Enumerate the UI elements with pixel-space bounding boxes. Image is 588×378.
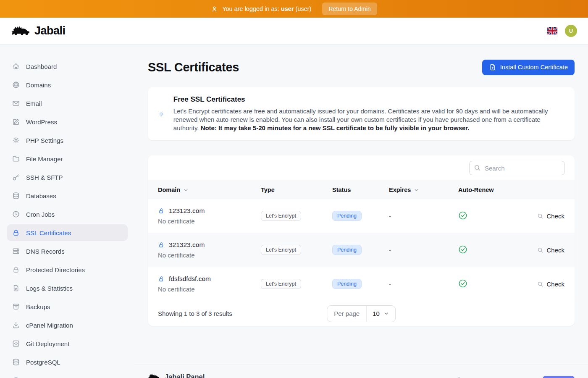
certificate-subtitle: No certificate <box>158 218 261 225</box>
domain-name: 123123.com <box>169 207 205 215</box>
sidebar-item-label: Databases <box>26 192 56 200</box>
column-label: Expires <box>389 186 411 193</box>
sidebar-item-label: Domains <box>26 81 51 89</box>
info-icon <box>160 110 163 118</box>
clock-icon <box>12 210 20 218</box>
sidebar-item-git-deployment[interactable]: Git Deployment <box>7 335 128 352</box>
sidebar-item-label: Cron Jobs <box>26 211 55 218</box>
domain-cell: 123123.com <box>158 207 261 215</box>
code-icon <box>12 339 20 348</box>
jabali-boar-logo-icon <box>11 24 30 38</box>
return-to-admin-button[interactable]: Return to Admin <box>322 3 377 15</box>
search-input[interactable] <box>469 161 565 175</box>
sidebar-item-logs-statistics[interactable]: Logs & Statistics <box>7 280 128 297</box>
sidebar-item-file-manager[interactable]: File Manager <box>7 150 128 167</box>
language-flag-uk-icon[interactable] <box>547 27 557 34</box>
sidebar-item-cpanel-migration[interactable]: cPanel Migration <box>7 317 128 333</box>
app-header: Jabali U <box>0 18 588 45</box>
impersonation-banner: You are logged in as: user (user) Return… <box>0 0 588 18</box>
lock-icon <box>12 265 20 274</box>
sidebar-item-protected-directories[interactable]: Protected Directories <box>7 261 128 278</box>
install-custom-certificate-button[interactable]: Install Custom Certificate <box>482 60 575 75</box>
sidebar-item-backups[interactable]: Backups <box>7 298 128 315</box>
check-action-button[interactable]: Check <box>537 213 564 220</box>
server-icon <box>12 247 20 255</box>
key-icon <box>12 173 20 181</box>
column-label: Type <box>261 186 275 193</box>
sidebar-item-email[interactable]: Email <box>7 95 128 112</box>
sidebar-item-postgresql[interactable]: PostgreSQL <box>7 354 128 370</box>
sidebar-item-ssl-certificates[interactable]: SSL Certificates <box>7 224 128 241</box>
free-ssl-info-card: Free SSL Certificates Let's Encrypt cert… <box>148 87 575 140</box>
page-footer: Jabali Panel GitHub • © 2026 Jabali v0.9… <box>134 365 588 378</box>
home-icon <box>12 62 20 71</box>
sidebar-item-domains[interactable]: Domains <box>7 76 128 93</box>
domain-cell: fdsfsdfdsf.com <box>158 275 261 283</box>
per-page-control: Per page 10 <box>327 305 396 322</box>
column-header-type: Type <box>261 186 332 193</box>
domain-cell: 321323.com <box>158 241 261 249</box>
table-row: 123123.com No certificate Let's Encrypt … <box>148 199 575 233</box>
sidebar-item-php-settings[interactable]: PHP Settings <box>7 132 128 149</box>
sidebar-item-label: Git Deployment <box>26 340 69 347</box>
check-action-button[interactable]: Check <box>537 247 564 254</box>
check-search-icon <box>537 213 543 219</box>
column-label: Status <box>332 186 351 193</box>
check-action-button[interactable]: Check <box>537 281 564 288</box>
unlock-icon <box>158 242 165 249</box>
globe-icon <box>12 81 20 89</box>
folder-icon <box>12 155 20 163</box>
per-page-label: Per page <box>327 306 367 322</box>
unlock-icon <box>158 207 165 215</box>
type-badge: Let's Encrypt <box>261 245 301 255</box>
circle-icon <box>12 376 20 378</box>
sidebar-item-label: Protected Directories <box>26 266 85 273</box>
auto-renew-check-icon <box>458 211 467 220</box>
sort-chevron-icon <box>413 187 420 193</box>
check-search-icon <box>537 247 543 253</box>
document-plus-icon <box>489 63 496 71</box>
sidebar-item-label: SSL Certificates <box>26 229 71 236</box>
archive-icon <box>12 302 20 311</box>
sidebar-item-databases[interactable]: Databases <box>7 187 128 204</box>
per-page-select[interactable]: 10 <box>367 306 395 322</box>
sidebar-item-label: File Manager <box>26 155 63 163</box>
results-summary: Showing 1 to 3 of 3 results <box>158 310 232 317</box>
sidebar-item-dashboard[interactable]: Dashboard <box>7 58 128 75</box>
ssl-table-card: DomainTypeStatusExpiresAuto-Renew 123123… <box>148 155 575 326</box>
check-action-label: Check <box>546 213 564 220</box>
download-icon <box>12 321 20 329</box>
sidebar-item-label: SSH & SFTP <box>26 174 63 181</box>
table-row: fdsfsdfdsf.com No certificate Let's Encr… <box>148 267 575 301</box>
info-card-title: Free SSL Certificates <box>173 95 563 104</box>
type-badge: Let's Encrypt <box>261 279 301 289</box>
gear-icon <box>12 136 20 144</box>
sidebar-item-label: cPanel Migration <box>26 322 73 329</box>
footer-brand: Jabali Panel <box>148 373 205 378</box>
unlock-icon <box>158 276 165 283</box>
brand[interactable]: Jabali <box>11 24 66 38</box>
info-card-body: Let's Encrypt certificates are free and … <box>173 107 563 132</box>
search-icon <box>474 164 481 171</box>
sort-chevron-icon <box>183 187 189 193</box>
expires-value: - <box>389 281 458 288</box>
check-search-icon <box>537 281 543 287</box>
sidebar-item-label: Email <box>26 100 42 107</box>
column-header-domain[interactable]: Domain <box>158 186 261 193</box>
sidebar-item-wordpress[interactable]: WordPress <box>7 113 128 130</box>
sidebar-item-dns-records[interactable]: DNS Records <box>7 243 128 260</box>
sidebar-item-cron-jobs[interactable]: Cron Jobs <box>7 206 128 223</box>
sidebar-item-ssh-sftp[interactable]: SSH & SFTP <box>7 169 128 186</box>
sidebar-item-partial[interactable] <box>7 372 128 378</box>
user-avatar[interactable]: U <box>565 25 577 37</box>
pagination-row: Showing 1 to 3 of 3 results Per page 10 <box>148 301 575 326</box>
status-badge: Pending <box>332 245 362 255</box>
info-card-note: Note: It may take 5-20 minutes for a new… <box>201 124 470 131</box>
search-box <box>469 161 565 175</box>
column-header-status: Status <box>332 186 389 193</box>
column-header-auto-renew: Auto-Renew <box>458 186 529 193</box>
sidebar-item-label: WordPress <box>26 118 57 126</box>
column-header-expires[interactable]: Expires <box>389 186 458 193</box>
document-icon <box>12 284 20 292</box>
version-badge: v0.9-rc42 <box>543 376 575 378</box>
